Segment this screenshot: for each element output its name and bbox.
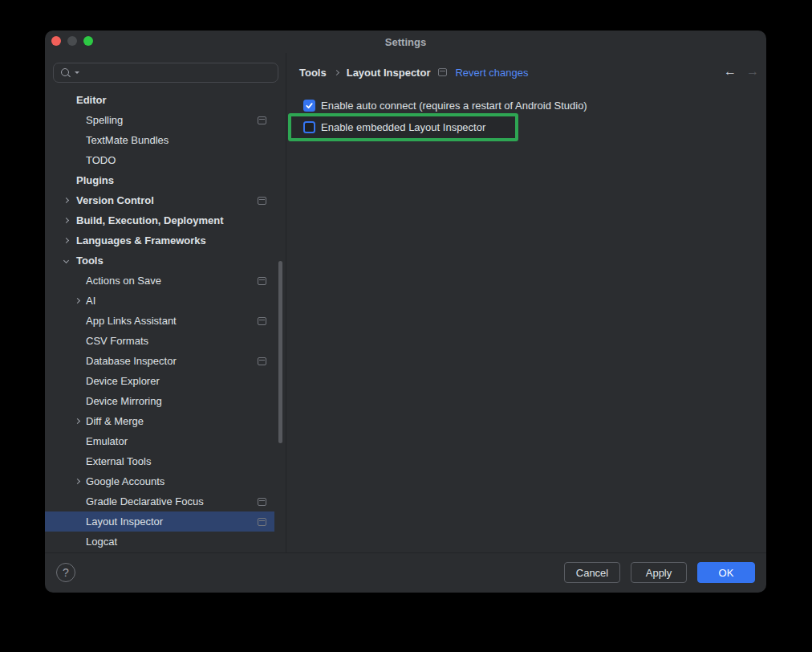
chevron-right-icon [334,69,339,75]
sidebar-item-label: External Tools [86,455,151,467]
forward-arrow-button: → [746,64,759,79]
chevron-down-icon[interactable] [63,258,69,263]
sidebar-item-layout-inspector[interactable]: Layout Inspector [45,511,274,532]
auto-connect-checkbox[interactable] [303,100,315,112]
sidebar-item-version-control[interactable]: Version Control [45,190,274,210]
auto-connect-label: Enable auto connect (requires a restart … [321,100,587,112]
sidebar-item-label: Version Control [76,194,154,206]
customizable-settings-icon [258,317,266,325]
sidebar-item-ai[interactable]: AI [45,291,274,311]
sidebar-item-actions-on-save[interactable]: Actions on Save [45,271,274,291]
breadcrumb: Tools Layout Inspector Revert changes [299,65,529,79]
sidebar-item-csv-formats[interactable]: CSV Formats [45,331,274,351]
sidebar-item-device-explorer[interactable]: Device Explorer [45,371,274,391]
apply-button[interactable]: Apply [631,562,687,583]
sidebar-item-label: Languages & Frameworks [76,234,206,247]
chevron-right-icon[interactable] [75,298,80,304]
customizable-settings-icon [438,68,447,76]
settings-tree: EditorSpellingTextMate BundlesTODOPlugin… [45,90,286,552]
sidebar-item-gradle-declarative-focus[interactable]: Gradle Declarative Focus [45,491,274,511]
window-title: Settings [45,31,766,53]
chevron-right-icon[interactable] [63,238,69,243]
sidebar-item-label: Google Accounts [86,475,164,487]
sidebar-item-diff-merge[interactable]: Diff & Merge [45,411,274,431]
sidebar-item-label: Tools [76,255,104,267]
sidebar-item-todo[interactable]: TODO [45,150,274,170]
sidebar-item-plugins[interactable]: Plugins [45,170,274,190]
breadcrumb-layout-inspector: Layout Inspector [347,67,431,79]
back-arrow-button[interactable]: ← [724,64,737,79]
sidebar-item-languages-frameworks[interactable]: Languages & Frameworks [45,230,274,251]
sidebar-divider [286,53,286,552]
sidebar-item-label: Plugins [76,174,114,186]
sidebar-item-label: Diff & Merge [86,415,144,427]
chevron-right-icon[interactable] [63,198,69,203]
revert-changes-link[interactable]: Revert changes [455,67,528,79]
sidebar-item-label: Layout Inspector [86,515,163,528]
help-button[interactable]: ? [56,563,75,582]
embedded-inspector-label: Enable embedded Layout Inspector [321,121,485,133]
sidebar-item-label: Logcat [86,536,117,548]
chevron-right-icon[interactable] [63,218,69,223]
sidebar-item-textmate-bundles[interactable]: TextMate Bundles [45,130,274,150]
sidebar-item-database-inspector[interactable]: Database Inspector [45,351,274,371]
sidebar-item-spelling[interactable]: Spelling [45,110,274,130]
sidebar-item-app-links-assistant[interactable]: App Links Assistant [45,311,274,331]
sidebar-item-label: TODO [86,154,116,166]
cancel-button[interactable]: Cancel [564,562,620,583]
sidebar-item-label: Database Inspector [86,355,177,367]
titlebar: Settings [45,31,766,53]
settings-sidebar: EditorSpellingTextMate BundlesTODOPlugin… [45,53,286,552]
sidebar-item-emulator[interactable]: Emulator [45,431,274,451]
sidebar-item-google-accounts[interactable]: Google Accounts [45,471,274,491]
sidebar-item-label: Spelling [86,114,123,126]
sidebar-item-label: AI [86,295,95,307]
sidebar-scrollbar[interactable] [278,261,282,443]
search-icon [60,67,73,79]
sidebar-item-label: Editor [76,94,107,106]
sidebar-item-label: Build, Execution, Deployment [76,214,223,226]
sidebar-item-tools[interactable]: Tools [45,251,274,271]
breadcrumb-tools[interactable]: Tools [299,67,327,79]
search-options-caret-icon[interactable] [75,71,79,74]
customizable-settings-icon [258,518,266,526]
sidebar-item-label: Device Mirroring [86,395,162,407]
checkmark-icon [305,101,314,110]
sidebar-item-label: Actions on Save [86,275,161,287]
sidebar-item-label: TextMate Bundles [86,134,168,146]
footer: ? Cancel Apply OK [45,552,766,593]
customizable-settings-icon [258,197,266,205]
sidebar-item-device-mirroring[interactable]: Device Mirroring [45,391,274,411]
option-auto-connect: Enable auto connect (requires a restart … [303,100,587,112]
search-input[interactable] [53,63,278,83]
chevron-right-icon[interactable] [75,479,80,484]
customizable-settings-icon [258,277,266,285]
ok-button[interactable]: OK [697,562,755,583]
sidebar-item-label: CSV Formats [86,335,148,347]
customizable-settings-icon [258,116,266,124]
sidebar-item-label: App Links Assistant [86,315,177,327]
sidebar-item-label: Device Explorer [86,375,160,387]
sidebar-item-logcat[interactable]: Logcat [45,532,274,552]
sidebar-item-build-execution-deployment[interactable]: Build, Execution, Deployment [45,210,274,230]
sidebar-item-label: Emulator [86,435,128,447]
customizable-settings-icon [258,357,266,365]
customizable-settings-icon [258,498,266,506]
sidebar-item-label: Gradle Declarative Focus [86,495,204,507]
highlight-annotation: Enable embedded Layout Inspector [288,113,518,141]
settings-window: Settings EditorSpellingTextMate BundlesT… [45,31,766,593]
sidebar-item-editor[interactable]: Editor [45,90,274,110]
footer-buttons: Cancel Apply OK [564,562,755,583]
embedded-inspector-checkbox[interactable] [303,121,315,133]
chevron-right-icon[interactable] [75,418,80,424]
sidebar-item-external-tools[interactable]: External Tools [45,451,274,471]
